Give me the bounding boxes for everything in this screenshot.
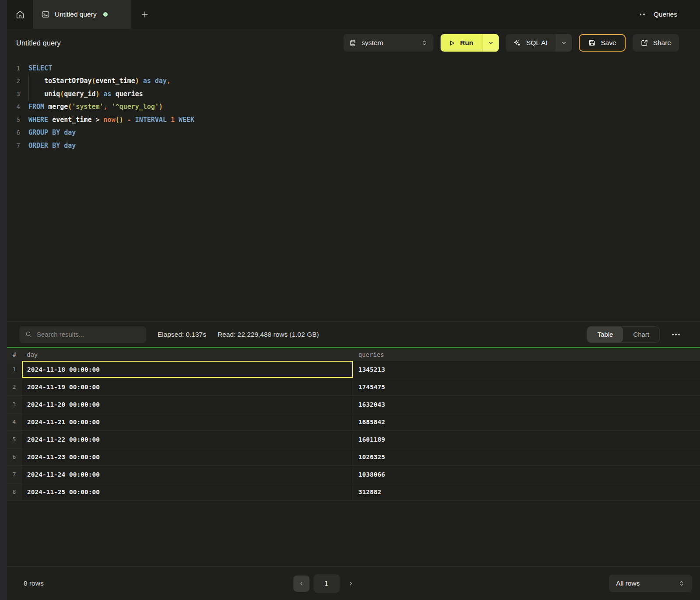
header-index: # (7, 348, 22, 361)
save-icon (588, 39, 596, 47)
queries-area: Queries (640, 0, 700, 29)
results-empty-space (7, 501, 700, 566)
cell-queries[interactable]: 1038066 (353, 466, 700, 483)
tab-bar: Untitled query Queries (7, 0, 700, 29)
line-number: 6 (7, 129, 20, 136)
code-text: toStartOfDay(event_time) as day, (28, 77, 171, 85)
pagination: 1 (293, 574, 358, 593)
tab-untitled-query[interactable]: Untitled query (33, 0, 131, 29)
tab-label: Untitled query (55, 10, 97, 18)
query-toolbar: Untitled query system Run (7, 29, 700, 57)
line-number: 4 (7, 103, 20, 110)
code-text: SELECT (28, 64, 52, 72)
row-number: 5 (7, 431, 22, 448)
prev-page-button[interactable] (293, 576, 309, 592)
database-value: system (362, 39, 383, 47)
row-number: 2 (7, 378, 22, 395)
cell-queries[interactable]: 1601189 (353, 431, 700, 448)
code-line[interactable]: 4FROM merge('system', '^query_log') (7, 101, 700, 114)
code-text: ORDER BY day (28, 142, 76, 150)
table-row: 52024-11-22 00:00:001601189 (7, 431, 700, 448)
row-count: 8 rows (24, 579, 44, 587)
table-row: 22024-11-19 00:00:001745475 (7, 378, 700, 396)
more-options-icon[interactable] (640, 14, 645, 15)
database-icon (349, 39, 357, 47)
header-queries[interactable]: queries (353, 348, 700, 361)
tab-chart-view[interactable]: Chart (623, 327, 659, 342)
code-text: WHERE event_time > now() - INTERVAL 1 WE… (28, 116, 194, 124)
cell-queries[interactable]: 1745475 (353, 378, 700, 395)
elapsed-stat: Elapsed: 0.137s (158, 331, 206, 338)
code-text: uniq(query_id) as queries (28, 90, 143, 98)
results-table: # day queries 12024-11-18 00:00:00134521… (7, 348, 700, 501)
unsaved-changes-dot (103, 12, 108, 17)
home-icon (15, 10, 25, 19)
cell-queries[interactable]: 312882 (353, 483, 700, 500)
home-button[interactable] (7, 0, 33, 29)
cell-day[interactable]: 2024-11-23 00:00:00 (22, 448, 353, 465)
sparkles-icon (513, 39, 521, 47)
line-number: 1 (7, 65, 20, 72)
run-label: Run (460, 39, 473, 47)
results-menu-icon[interactable] (671, 331, 681, 338)
new-tab-button[interactable] (131, 0, 158, 29)
database-selector[interactable]: system (343, 34, 434, 52)
line-number: 2 (7, 77, 20, 84)
tab-table-view[interactable]: Table (587, 327, 623, 342)
external-link-icon (640, 39, 648, 47)
code-text: GROUP BY day (28, 129, 76, 136)
sql-ai-button[interactable]: SQL AI (506, 34, 572, 52)
chevron-left-icon (298, 581, 304, 586)
next-page-button[interactable] (343, 576, 358, 592)
run-options-button[interactable] (483, 34, 499, 52)
run-button[interactable]: Run (441, 34, 499, 52)
cell-day[interactable]: 2024-11-24 00:00:00 (22, 466, 353, 483)
header-day[interactable]: day (22, 348, 353, 361)
cell-queries[interactable]: 1632043 (353, 396, 700, 413)
row-number: 8 (7, 483, 22, 500)
tab-bar-spacer (158, 0, 640, 29)
cell-queries[interactable]: 1685842 (353, 413, 700, 430)
chevron-right-icon (348, 581, 354, 586)
page-size-value: All rows (616, 579, 640, 587)
code-line[interactable]: 7ORDER BY day (7, 139, 700, 152)
cell-day[interactable]: 2024-11-25 00:00:00 (22, 483, 353, 500)
query-title: Untitled query (16, 39, 61, 47)
line-number: 7 (7, 142, 20, 149)
cell-day[interactable]: 2024-11-21 00:00:00 (22, 413, 353, 430)
search-results-input[interactable] (37, 331, 140, 338)
queries-link[interactable]: Queries (654, 10, 677, 18)
code-line[interactable]: 6GROUP BY day (7, 126, 700, 140)
code-line[interactable]: 2 toStartOfDay(event_time) as day, (7, 75, 700, 88)
chevron-updown-icon (678, 580, 685, 587)
read-stat: Read: 22,229,488 rows (1.02 GB) (217, 331, 319, 338)
table-row: 62024-11-23 00:00:001026325 (7, 448, 700, 466)
cell-day[interactable]: 2024-11-22 00:00:00 (22, 431, 353, 448)
current-page-button[interactable]: 1 (313, 574, 340, 593)
sql-ai-options-button[interactable] (556, 34, 572, 52)
results-toolbar: Elapsed: 0.137s Read: 22,229,488 rows (1… (7, 321, 700, 347)
code-line[interactable]: 3 uniq(query_id) as queries (7, 87, 700, 101)
search-results-box[interactable] (19, 326, 146, 343)
page-size-selector[interactable]: All rows (609, 575, 692, 592)
row-number: 1 (7, 361, 22, 378)
share-button[interactable]: Share (633, 34, 679, 52)
cell-queries[interactable]: 1026325 (353, 448, 700, 465)
cell-day-selected[interactable]: 2024-11-18 00:00:00 (22, 361, 353, 378)
code-line[interactable]: 1SELECT (7, 62, 700, 75)
table-row: 72024-11-24 00:00:001038066 (7, 466, 700, 483)
table-row: 32024-11-20 00:00:001632043 (7, 396, 700, 413)
row-number: 7 (7, 466, 22, 483)
left-sidebar-strip[interactable] (0, 0, 7, 600)
save-label: Save (601, 39, 616, 47)
chevron-down-icon (561, 40, 567, 46)
sql-editor[interactable]: 1SELECT2 toStartOfDay(event_time) as day… (7, 57, 700, 321)
sql-console-window: Untitled query Queries Untitled query (0, 0, 700, 600)
results-table-body: 12024-11-18 00:00:00134521322024-11-19 0… (7, 361, 700, 501)
cell-queries[interactable]: 1345213 (353, 361, 700, 378)
save-button[interactable]: Save (579, 34, 625, 52)
code-line[interactable]: 5WHERE event_time > now() - INTERVAL 1 W… (7, 113, 700, 126)
cell-day[interactable]: 2024-11-19 00:00:00 (22, 378, 353, 395)
row-number: 4 (7, 413, 22, 430)
cell-day[interactable]: 2024-11-20 00:00:00 (22, 396, 353, 413)
